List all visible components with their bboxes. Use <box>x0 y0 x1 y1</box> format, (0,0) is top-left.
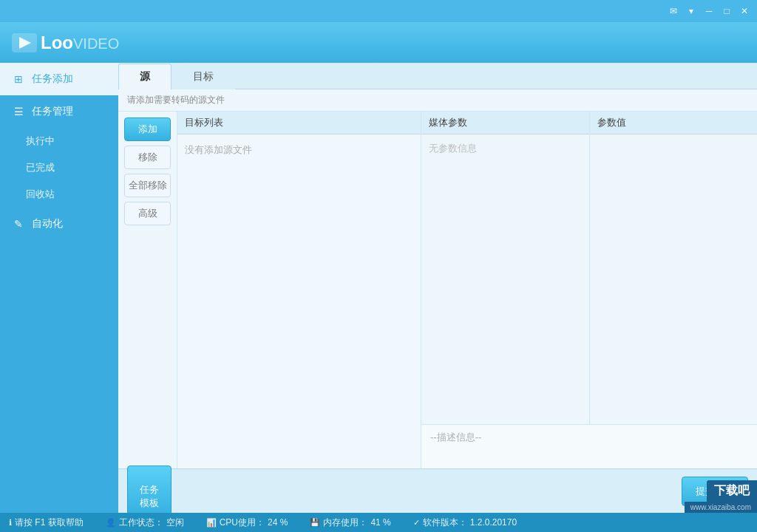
version-label: 软件版本： <box>423 516 467 529</box>
advanced-button[interactable]: 高级 <box>124 202 171 225</box>
work-area: 添加 移除 全部移除 高级 目标列表 没有添加源文件 媒体参数 无参数信息 <box>118 112 757 468</box>
titlebar: ✉ ▾ ─ □ ✕ <box>0 0 757 22</box>
tab-source[interactable]: 源 <box>118 64 172 89</box>
work-status-label: 工作状态： <box>119 516 163 529</box>
right-panel: 媒体参数 无参数信息 参数值 --描述信息-- <box>421 112 757 468</box>
header: LooVIDEO <box>0 22 757 63</box>
sidebar-item-task-add-label: 任务添加 <box>32 72 73 86</box>
cpu-item: 📊 CPU使用： 24 % <box>206 516 288 529</box>
logo-text: LooVIDEO <box>41 34 119 52</box>
help-text: 请按 F1 获取帮助 <box>15 516 84 529</box>
sidebar-item-running[interactable]: 执行中 <box>0 128 118 154</box>
minimize-button[interactable]: ─ <box>702 4 716 18</box>
target-list-header: 目标列表 <box>177 112 421 134</box>
work-status-item: 👤 工作状态： 空闲 <box>106 516 184 529</box>
logo-icon <box>11 33 38 52</box>
version-icon: ✓ <box>413 518 420 528</box>
cpu-label: CPU使用： <box>220 516 265 529</box>
add-button[interactable]: 添加 <box>124 117 171 141</box>
hint-text: 请添加需要转码的源文件 <box>127 95 225 105</box>
params-columns: 媒体参数 无参数信息 参数值 <box>421 112 757 424</box>
maximize-button[interactable]: □ <box>720 4 733 18</box>
manage-icon: ☰ <box>11 104 26 119</box>
media-params-header: 媒体参数 <box>421 112 589 134</box>
sidebar-done-label: 已完成 <box>26 161 55 174</box>
sidebar-auto-label: 自动化 <box>32 217 63 231</box>
remove-button[interactable]: 移除 <box>124 146 171 169</box>
version-value: 1.2.0.20170 <box>470 517 517 528</box>
sidebar-item-auto[interactable]: ✎ 自动化 <box>0 208 118 240</box>
no-params-hint: 无参数信息 <box>421 134 589 163</box>
help-item: ℹ 请按 F1 获取帮助 <box>9 516 84 529</box>
sidebar: ⊞ 任务添加 ☰ 任务管理 执行中 已完成 回收站 ✎ 自动化 <box>0 63 118 513</box>
mem-label: 内存使用： <box>323 516 367 529</box>
sidebar-item-trash[interactable]: 回收站 <box>0 181 118 208</box>
content-area: 源 目标 请添加需要转码的源文件 添加 移除 全部移除 高级 <box>118 63 757 513</box>
description-area: --描述信息-- <box>421 424 757 468</box>
cpu-icon: 📊 <box>206 518 217 528</box>
sidebar-item-task-manage-label: 任务管理 <box>32 105 73 118</box>
file-list-area: 目标列表 没有添加源文件 <box>177 112 421 468</box>
remove-all-button[interactable]: 全部移除 <box>124 174 171 197</box>
sidebar-item-done[interactable]: 已完成 <box>0 154 118 181</box>
param-value-header: 参数值 <box>590 112 758 134</box>
add-task-icon: ⊞ <box>11 72 26 86</box>
auto-icon: ✎ <box>11 216 26 231</box>
info-icon: ℹ <box>9 518 12 528</box>
sidebar-trash-label: 回收站 <box>26 188 55 201</box>
mem-value: 41 % <box>370 517 390 528</box>
param-value-col: 参数值 <box>590 112 758 424</box>
settings-icon[interactable]: ▾ <box>685 4 698 18</box>
tab-target[interactable]: 目标 <box>172 64 235 89</box>
email-icon[interactable]: ✉ <box>667 4 680 18</box>
sidebar-running-label: 执行中 <box>26 134 55 148</box>
mem-icon: 💾 <box>310 518 320 528</box>
tabs-bar: 源 目标 <box>118 63 757 89</box>
statusbar: ℹ 请按 F1 获取帮助 👤 工作状态： 空闲 📊 CPU使用： 24 % 💾 … <box>0 513 757 532</box>
watermark-url: www.xiazaiba.com <box>685 502 757 513</box>
logo-loo: Loo <box>41 33 73 52</box>
logo: LooVIDEO <box>11 33 119 52</box>
bottom-bar: 任务 模板 提交转码 <box>118 468 757 513</box>
logo-video: VIDEO <box>73 35 119 52</box>
media-params-col: 媒体参数 无参数信息 <box>421 112 590 424</box>
description-text: --描述信息-- <box>430 432 481 443</box>
main-area: ⊞ 任务添加 ☰ 任务管理 执行中 已完成 回收站 ✎ 自动化 <box>0 63 757 513</box>
work-status-value: 空闲 <box>166 516 184 529</box>
close-button[interactable]: ✕ <box>738 4 751 18</box>
cpu-value: 24 % <box>268 517 288 528</box>
window-controls: ✉ ▾ ─ □ ✕ <box>667 4 751 18</box>
no-file-hint: 没有添加源文件 <box>177 134 421 166</box>
sidebar-item-task-add[interactable]: ⊞ 任务添加 <box>0 63 118 95</box>
sidebar-item-task-manage[interactable]: ☰ 任务管理 <box>0 95 118 128</box>
version-item: ✓ 软件版本： 1.2.0.20170 <box>413 516 517 529</box>
watermark-logo: 下载吧 <box>707 480 757 502</box>
mem-item: 💾 内存使用： 41 % <box>310 516 390 529</box>
task-template-button[interactable]: 任务 模板 <box>127 466 172 513</box>
button-panel: 添加 移除 全部移除 高级 <box>118 112 177 468</box>
person-icon: 👤 <box>106 518 116 528</box>
hint-bar: 请添加需要转码的源文件 <box>118 89 757 112</box>
